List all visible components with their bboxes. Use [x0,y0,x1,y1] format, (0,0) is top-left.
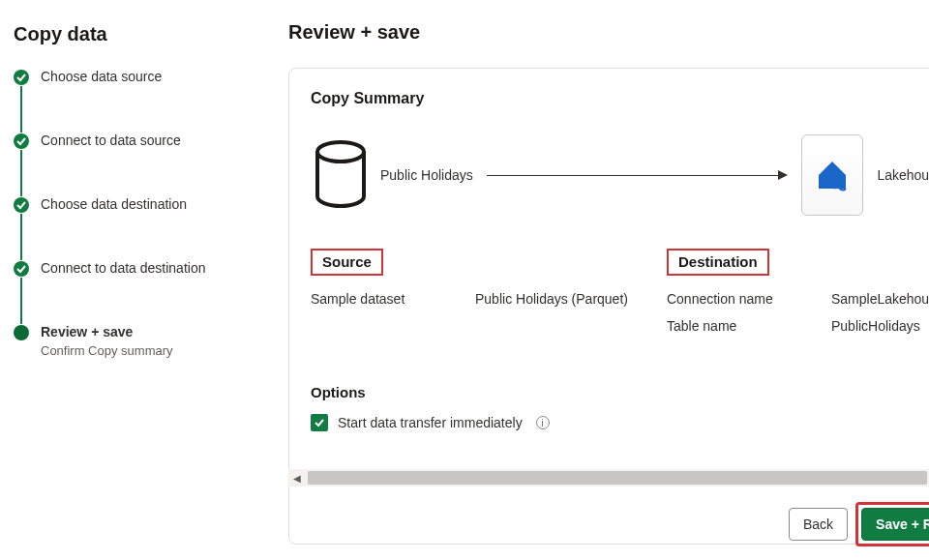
save-run-button[interactable]: Save + Run [861,508,929,541]
check-icon [14,133,29,149]
card-title: Copy Summary [311,90,929,107]
start-transfer-checkbox[interactable] [311,414,328,431]
step-sublabel: Confirm Copy summary [41,343,248,358]
step-choose-data-source[interactable]: Choose data source [14,69,248,86]
check-icon [14,197,29,213]
source-value: Public Holidays (Parquet) [475,291,628,307]
horizontal-scrollbar[interactable]: ◀ ▶ [288,469,929,486]
database-icon [315,140,367,210]
options-heading: Options [311,384,929,400]
scrollbar-thumb[interactable] [308,471,927,485]
step-connector [20,214,22,260]
check-icon [14,261,29,277]
sidebar-title: Copy data [14,23,248,45]
step-label: Connect to data source [41,133,248,148]
step-label: Choose data destination [41,196,248,212]
scroll-left-icon[interactable]: ◀ [288,469,306,486]
arrow-icon [487,170,789,180]
main-panel: Review + save Copy Summary Public Holida… [267,0,929,560]
diagram-dest-label: Lakehouse [877,167,929,183]
check-icon [314,417,325,428]
check-icon [14,70,29,85]
source-key: Sample dataset [311,291,475,307]
info-icon[interactable]: i [536,416,550,429]
step-label: Connect to data destination [41,260,248,276]
page-title: Review + save [288,21,420,44]
destination-row: Connection name SampleLakehouse [667,291,929,307]
source-row: Sample dataset Public Holidays (Parquet) [311,291,628,307]
checkbox-label: Start data transfer immediately [338,415,523,430]
summary-diagram: Public Holidays Lakehouse [315,134,929,216]
step-review-save[interactable]: Review + save Confirm Copy summary [14,324,248,358]
step-connector [20,278,22,324]
back-button[interactable]: Back [789,508,848,541]
step-connect-to-data-source[interactable]: Connect to data source [14,133,248,150]
save-run-highlight: Save + Run [855,502,929,546]
current-step-icon [14,325,29,340]
source-column: Source Sample dataset Public Holidays (P… [311,249,628,345]
diagram-source-label: Public Holidays [380,167,473,183]
wizard-sidebar: Copy data Choose data source Connect to … [0,0,267,560]
step-label: Choose data source [41,69,248,84]
step-connector [20,150,22,196]
destination-heading: Destination [667,249,769,276]
dest-key: Table name [667,318,831,334]
source-heading: Source [311,249,383,276]
svg-point-0 [317,142,364,162]
lakehouse-icon [801,134,863,216]
step-list: Choose data source Connect to data sourc… [14,69,248,358]
dest-key: Connection name [667,291,831,307]
dest-value: PublicHolidays [831,318,920,334]
step-connector [20,86,22,133]
destination-row: Table name PublicHolidays [667,318,929,334]
dest-value: SampleLakehouse [831,291,929,307]
destination-column: Destination Connection name SampleLakeho… [667,249,929,345]
step-label: Review + save [41,324,248,339]
step-choose-data-destination[interactable]: Choose data destination [14,196,248,214]
step-connect-to-data-destination[interactable]: Connect to data destination [14,260,248,278]
